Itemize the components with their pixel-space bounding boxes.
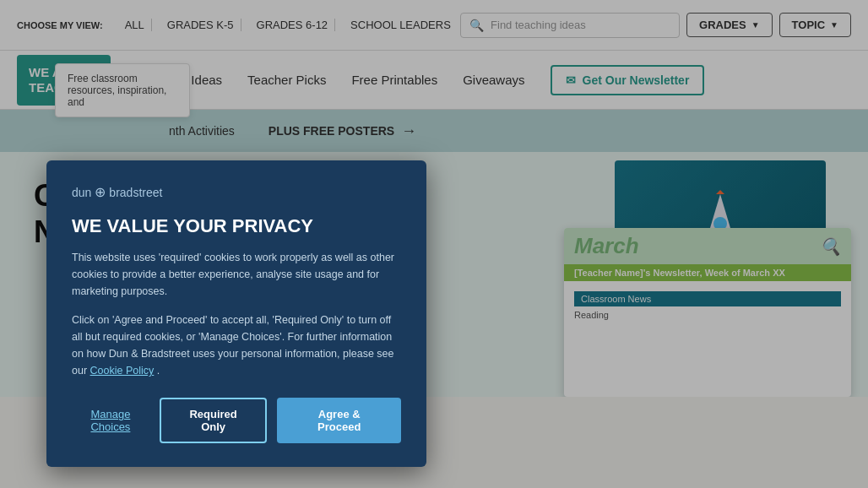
agree-proceed-button[interactable]: Agree & Proceed: [277, 398, 401, 443]
manage-choices-button[interactable]: Manage Choices: [72, 408, 149, 433]
dnb-logo: dun ⊕ dun & bradstreet bradstreet: [72, 184, 401, 200]
privacy-actions: Manage Choices Required Only Agree & Pro…: [72, 398, 401, 443]
privacy-modal: dun ⊕ dun & bradstreet bradstreet WE VAL…: [46, 160, 426, 467]
required-only-button[interactable]: Required Only: [160, 398, 268, 443]
privacy-title: WE VALUE YOUR PRIVACY: [72, 215, 401, 237]
privacy-body-1: This website uses 'required' cookies to …: [72, 249, 401, 300]
privacy-body-2: Click on 'Agree and Proceed' to accept a…: [72, 312, 401, 379]
cookie-policy-link[interactable]: Cookie Policy: [90, 365, 155, 377]
